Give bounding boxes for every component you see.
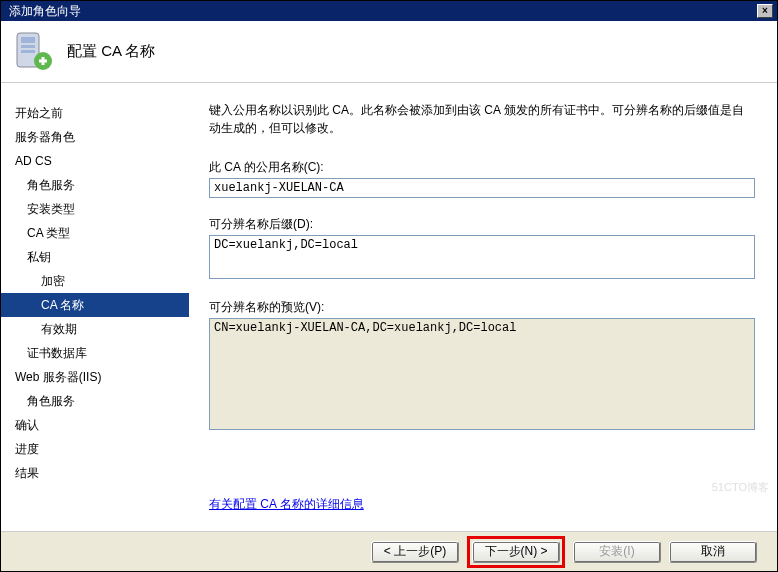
page-heading: 配置 CA 名称: [67, 42, 155, 61]
common-name-label: 此 CA 的公用名称(C):: [209, 159, 755, 176]
help-link[interactable]: 有关配置 CA 名称的详细信息: [209, 496, 755, 513]
svg-rect-1: [21, 37, 35, 43]
sidebar-item-0[interactable]: 开始之前: [1, 101, 189, 125]
wizard-body: 开始之前服务器角色AD CS角色服务安装类型CA 类型私钥加密CA 名称有效期证…: [1, 83, 777, 531]
previous-button[interactable]: < 上一步(P): [371, 541, 459, 563]
common-name-input[interactable]: [209, 178, 755, 198]
sidebar-item-4[interactable]: 安装类型: [1, 197, 189, 221]
wizard-sidebar: 开始之前服务器角色AD CS角色服务安装类型CA 类型私钥加密CA 名称有效期证…: [1, 83, 189, 531]
sidebar-item-14[interactable]: 进度: [1, 437, 189, 461]
dn-suffix-input[interactable]: [209, 235, 755, 279]
install-button: 安装(I): [573, 541, 661, 563]
sidebar-item-2[interactable]: AD CS: [1, 149, 189, 173]
dn-suffix-label: 可分辨名称后缀(D):: [209, 216, 755, 233]
sidebar-item-11[interactable]: Web 服务器(IIS): [1, 365, 189, 389]
sidebar-item-7[interactable]: 加密: [1, 269, 189, 293]
sidebar-item-1[interactable]: 服务器角色: [1, 125, 189, 149]
wizard-content: 键入公用名称以识别此 CA。此名称会被添加到由该 CA 颁发的所有证书中。可分辨…: [189, 83, 777, 531]
watermark-text: 51CTO博客: [712, 480, 769, 495]
close-button[interactable]: ×: [757, 4, 773, 18]
sidebar-item-10[interactable]: 证书数据库: [1, 341, 189, 365]
svg-rect-3: [21, 50, 35, 53]
dn-preview-label: 可分辨名称的预览(V):: [209, 299, 755, 316]
description-text: 键入公用名称以识别此 CA。此名称会被添加到由该 CA 颁发的所有证书中。可分辨…: [209, 101, 755, 137]
dn-preview-display: [209, 318, 755, 430]
cancel-button[interactable]: 取消: [669, 541, 757, 563]
wizard-header: 配置 CA 名称: [1, 21, 777, 83]
sidebar-item-3[interactable]: 角色服务: [1, 173, 189, 197]
next-button[interactable]: 下一步(N) >: [472, 541, 560, 563]
button-bar: < 上一步(P) 下一步(N) > 安装(I) 取消: [1, 531, 777, 571]
wizard-header-icon: [13, 31, 55, 73]
window-title: 添加角色向导: [5, 3, 81, 20]
svg-rect-2: [21, 45, 35, 48]
sidebar-item-15[interactable]: 结果: [1, 461, 189, 485]
next-button-highlight: 下一步(N) >: [467, 536, 565, 568]
sidebar-item-9[interactable]: 有效期: [1, 317, 189, 341]
sidebar-item-12[interactable]: 角色服务: [1, 389, 189, 413]
sidebar-item-6[interactable]: 私钥: [1, 245, 189, 269]
title-bar: 添加角色向导 ×: [1, 1, 777, 21]
sidebar-item-8[interactable]: CA 名称: [1, 293, 189, 317]
svg-rect-6: [42, 57, 45, 65]
sidebar-item-13[interactable]: 确认: [1, 413, 189, 437]
sidebar-item-5[interactable]: CA 类型: [1, 221, 189, 245]
wizard-window: 添加角色向导 × 配置 CA 名称 开始之前服务器角色AD CS角色服务安装类型…: [0, 0, 778, 572]
